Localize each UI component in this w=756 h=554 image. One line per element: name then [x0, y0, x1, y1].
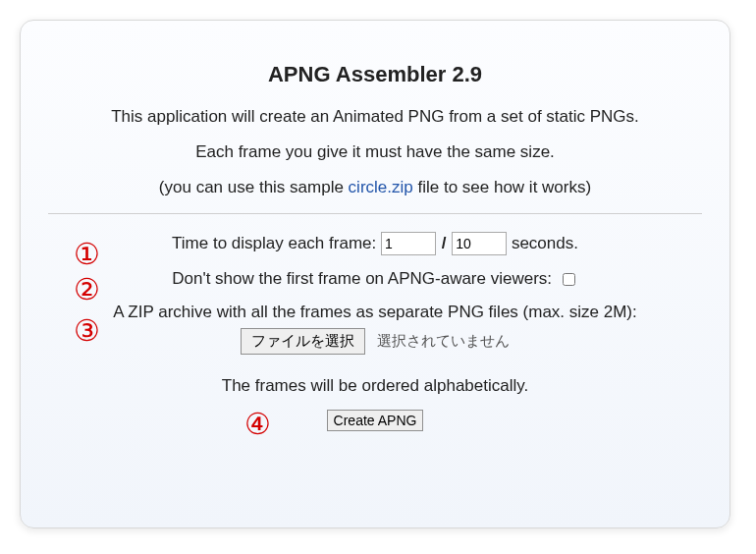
frame-time-label-post: seconds.	[512, 234, 578, 252]
numerator-input[interactable]	[381, 232, 436, 255]
intro-line-2: Each frame you give it must have the sam…	[48, 142, 702, 162]
badge-3-icon: ③	[74, 316, 100, 346]
file-choose-button[interactable]: ファイルを選択	[241, 328, 365, 355]
denominator-input[interactable]	[452, 232, 507, 255]
badge-1-icon: ①	[74, 240, 100, 269]
main-panel: APNG Assembler 2.9 This application will…	[20, 20, 730, 528]
slash-label: /	[442, 234, 447, 252]
row-skip-first: ② Don't show the first frame on APNG-awa…	[48, 269, 702, 289]
create-apng-button[interactable]: Create APNG	[327, 410, 424, 431]
intro-line-3-post: file to see how it works)	[413, 178, 591, 196]
divider	[48, 213, 702, 214]
zip-label: A ZIP archive with all the frames as sep…	[113, 303, 636, 322]
badge-2-icon: ②	[74, 275, 100, 305]
sample-link[interactable]: circle.zip	[349, 178, 413, 196]
file-status-text: 選択されていません	[377, 332, 510, 349]
skip-first-label: Don't show the first frame on APNG-aware…	[172, 269, 557, 288]
skip-first-checkbox[interactable]	[563, 273, 575, 286]
order-note: The frames will be ordered alphabeticall…	[48, 376, 702, 396]
row-zip-upload: ③ A ZIP archive with all the frames as s…	[48, 303, 702, 355]
frame-time-label-pre: Time to display each frame:	[172, 234, 381, 252]
row-submit: ④ Create APNG	[48, 410, 702, 431]
row-frame-time: ① Time to display each frame: / seconds.	[48, 232, 702, 255]
intro-line-3-pre: (you can use this sample	[159, 178, 349, 196]
intro-line-3: (you can use this sample circle.zip file…	[48, 178, 702, 197]
intro-line-1: This application will create an Animated…	[48, 107, 702, 127]
app-title: APNG Assembler 2.9	[48, 62, 702, 87]
badge-4-icon: ④	[244, 410, 271, 439]
